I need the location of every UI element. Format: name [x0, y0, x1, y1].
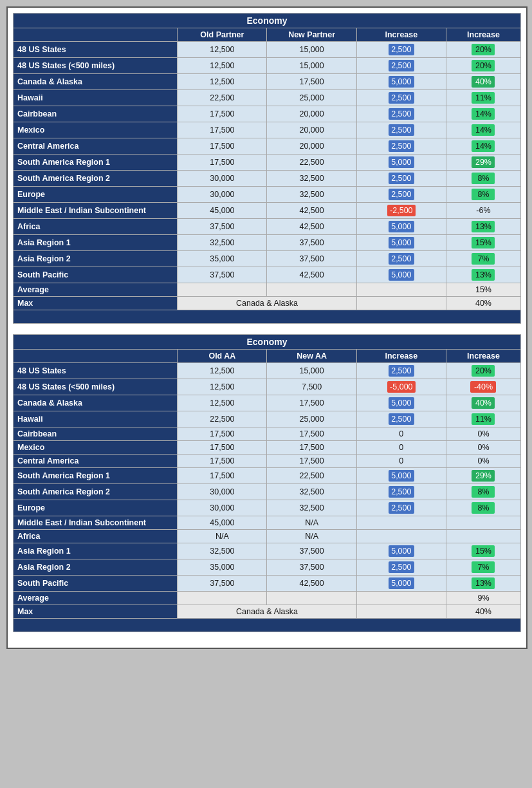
- new-value: 7,500: [267, 379, 356, 395]
- increase-value: 2,500: [389, 189, 414, 200]
- new-value: 15,000: [267, 58, 356, 74]
- table-row: Hawaii 22,500 25,000 2,500 11%: [14, 90, 521, 106]
- empty-row: [14, 619, 521, 632]
- new-value: 42,500: [267, 267, 356, 283]
- table1-title: Economy: [14, 14, 521, 28]
- increase-cell: 2,500: [356, 251, 446, 267]
- region-name: Africa: [14, 219, 178, 235]
- new-value: 32,500: [267, 171, 356, 187]
- table-row: Europe 30,000 32,500 2,500 8%: [14, 187, 521, 203]
- table-row: 48 US States 12,500 15,000 2,500 20%: [14, 42, 521, 58]
- old-value: 37,500: [178, 267, 267, 283]
- max-row: Max Canada & Alaska 40%: [14, 297, 521, 310]
- region-name: South Pacific: [14, 267, 178, 283]
- old-value: 17,500: [178, 138, 267, 155]
- old-value: 17,500: [178, 427, 267, 441]
- new-value: 17,500: [267, 395, 356, 411]
- pct-value: 14%: [472, 108, 495, 120]
- plain-value: 0: [399, 443, 403, 452]
- table2-col2: Old AA: [178, 350, 267, 363]
- old-value: 12,500: [178, 379, 267, 395]
- old-value: 12,500: [178, 363, 267, 379]
- table-row: Middle East / Indian Subcontinent 45,000…: [14, 516, 521, 530]
- old-value: 30,000: [178, 187, 267, 203]
- new-value: 20,000: [267, 122, 356, 138]
- avg-label: Average: [14, 592, 178, 605]
- plain-value: 0: [399, 429, 403, 438]
- region-name: Europe: [14, 500, 178, 516]
- pct-value: 20%: [472, 60, 495, 71]
- region-name: Mexico: [14, 441, 178, 455]
- region-name: Canada & Alaska: [14, 395, 178, 411]
- max-row: Max Canada & Alaska 40%: [14, 605, 521, 619]
- table-row: Cairbbean 17,500 17,500 0 0%: [14, 427, 521, 441]
- pct-cell: 15%: [446, 235, 520, 251]
- max-name: Canada & Alaska: [178, 605, 356, 619]
- pct-cell: 15%: [446, 543, 520, 559]
- pct-cell: 8%: [446, 187, 520, 203]
- table-row: Asia Region 1 32,500 37,500 5,000 15%: [14, 235, 521, 251]
- region-name: South America Region 2: [14, 484, 178, 500]
- table-row: South Pacific 37,500 42,500 5,000 13%: [14, 267, 521, 283]
- pct-value: 20%: [472, 365, 495, 377]
- region-name: Africa: [14, 530, 178, 543]
- pct-value: 29%: [472, 156, 495, 168]
- table1-section: Economy Old Partner New Partner Increase…: [13, 13, 521, 324]
- increase-cell: 5,000: [356, 74, 446, 90]
- region-name: 48 US States (<500 miles): [14, 379, 178, 395]
- pct-cell: [446, 516, 520, 530]
- average-row: Average 9%: [14, 592, 521, 605]
- table1-col4: Increase: [356, 28, 446, 42]
- max-label: Max: [14, 297, 178, 310]
- increase-cell: 2,500: [356, 363, 446, 379]
- pct-value: 11%: [472, 413, 495, 425]
- new-value: 22,500: [267, 468, 356, 484]
- pct-value: 15%: [472, 237, 495, 249]
- old-value: 17,500: [178, 122, 267, 138]
- increase-cell: 5,000: [356, 395, 446, 411]
- increase-value: 2,500: [389, 173, 414, 184]
- table-row: Middle East / Indian Subcontinent 45,000…: [14, 203, 521, 219]
- new-value: 20,000: [267, 138, 356, 155]
- pct-cell: 0%: [446, 455, 520, 468]
- table-row: Canada & Alaska 12,500 17,500 5,000 40%: [14, 395, 521, 411]
- max-pct: 40%: [446, 605, 520, 619]
- increase-cell: 2,500: [356, 42, 446, 58]
- new-value: 37,500: [267, 543, 356, 559]
- plain-value: -6%: [476, 206, 490, 215]
- pct-cell: 8%: [446, 484, 520, 500]
- region-name: Canada & Alaska: [14, 74, 178, 90]
- pct-value: 8%: [472, 173, 495, 184]
- old-value: 17,500: [178, 441, 267, 455]
- pct-value: 13%: [472, 269, 495, 281]
- table1-col5: Increase: [446, 28, 520, 42]
- old-value: 12,500: [178, 395, 267, 411]
- avg-pct: 9%: [446, 592, 520, 605]
- table2: Economy Old AA New AA Increase Increase …: [13, 334, 521, 632]
- table2-title: Economy: [14, 335, 521, 350]
- old-value: 37,500: [178, 576, 267, 592]
- increase-value: 5,000: [389, 545, 414, 557]
- region-name: 48 US States (<500 miles): [14, 58, 178, 74]
- increase-value: 5,000: [389, 397, 414, 409]
- increase-value: 5,000: [389, 577, 414, 589]
- increase-value: 5,000: [389, 237, 414, 249]
- pct-cell: 40%: [446, 74, 520, 90]
- table-row: Mexico 17,500 20,000 2,500 14%: [14, 122, 521, 138]
- region-name: Asia Region 2: [14, 559, 178, 576]
- increase-cell: 5,000: [356, 219, 446, 235]
- new-value: 15,000: [267, 363, 356, 379]
- increase-cell: 2,500: [356, 90, 446, 106]
- new-value: 25,000: [267, 90, 356, 106]
- pct-value: 11%: [472, 92, 495, 104]
- table-row: Canada & Alaska 12,500 17,500 5,000 40%: [14, 74, 521, 90]
- pct-value: 29%: [472, 470, 495, 482]
- max-label: Max: [14, 605, 178, 619]
- pct-cell: 20%: [446, 42, 520, 58]
- old-value: 45,000: [178, 203, 267, 219]
- new-value: 22,500: [267, 155, 356, 171]
- new-value: 37,500: [267, 559, 356, 576]
- old-value: 17,500: [178, 468, 267, 484]
- table-row: Asia Region 2 35,000 37,500 2,500 7%: [14, 251, 521, 267]
- table1-col1: [14, 28, 178, 42]
